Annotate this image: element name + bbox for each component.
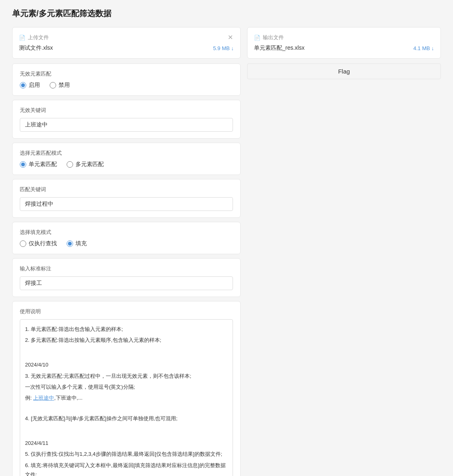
invalid-element-section: 无效元素匹配 启用 禁用 <box>12 63 241 96</box>
standard-annotation-section: 输入标准标注 <box>12 258 241 297</box>
standard-annotation-label: 输入标准标注 <box>20 265 233 272</box>
invalid-keyword-section: 无效关键词 <box>12 100 241 139</box>
match-keyword-section: 匹配关键词 <box>12 179 241 218</box>
output-filename: 单元素匹配_res.xlsx <box>254 44 304 52</box>
upload-filename: 测试文件.xlsx <box>19 44 53 52</box>
match-keyword-input[interactable] <box>20 197 233 211</box>
invalid-element-label: 无效元素匹配 <box>20 70 233 78</box>
match-mode-section: 选择元素匹配模式 单元素匹配 多元素匹配 <box>12 143 241 175</box>
invalid-keyword-input[interactable] <box>20 118 233 132</box>
upload-file-card: 📄 上传文件 ✕ 测试文件.xlsx 5.9 MB ↓ <box>12 27 241 59</box>
flag-button[interactable]: Flag <box>247 63 441 79</box>
invalid-element-radio-group: 启用 禁用 <box>20 82 233 89</box>
close-upload-button[interactable]: ✕ <box>227 34 234 41</box>
output-file-label: 📄 输出文件 <box>254 34 284 41</box>
usage-section: 使用说明 1. 单元素匹配:筛选出包含输入元素的样本; 2. 多元素匹配:筛选出… <box>12 301 241 476</box>
usage-content: 1. 单元素匹配:筛选出包含输入元素的样本; 2. 多元素匹配:筛选出按输入元素… <box>20 319 233 476</box>
upload-filesize: 5.9 MB ↓ <box>213 45 234 51</box>
output-filesize: 4.1 MB ↓ <box>413 45 434 51</box>
fill-mode-section: 选择填充模式 仅执行查找 填充 <box>12 222 241 254</box>
upload-icon: 📄 <box>19 35 25 41</box>
fill-mode-label: 选择填充模式 <box>20 229 233 236</box>
match-mode-single[interactable]: 单元素匹配 <box>20 161 57 168</box>
invalid-element-enable[interactable]: 启用 <box>20 82 40 89</box>
match-mode-radio-group: 单元素匹配 多元素匹配 <box>20 161 233 168</box>
upload-file-label: 📄 上传文件 <box>19 34 49 41</box>
page-title: 单元素/多元素匹配筛选数据 <box>12 8 441 19</box>
output-icon: 📄 <box>254 35 260 41</box>
standard-annotation-input[interactable] <box>20 276 233 290</box>
output-file-card: 📄 输出文件 单元素匹配_res.xlsx 4.1 MB ↓ <box>247 27 441 59</box>
fill-mode-fill[interactable]: 填充 <box>67 240 87 247</box>
left-panel: 📄 上传文件 ✕ 测试文件.xlsx 5.9 MB ↓ 无效元素匹配 启用 <box>12 27 241 476</box>
invalid-element-disable[interactable]: 禁用 <box>50 82 70 89</box>
fill-mode-radio-group: 仅执行查找 填充 <box>20 240 233 247</box>
match-mode-multi[interactable]: 多元素匹配 <box>67 161 104 168</box>
match-keyword-label: 匹配关键词 <box>20 186 233 193</box>
fill-mode-search-only[interactable]: 仅执行查找 <box>20 240 57 247</box>
right-panel: 📄 输出文件 单元素匹配_res.xlsx 4.1 MB ↓ Flag <box>247 27 441 79</box>
match-mode-label: 选择元素匹配模式 <box>20 150 233 157</box>
invalid-keyword-label: 无效关键词 <box>20 107 233 114</box>
usage-label: 使用说明 <box>20 308 233 315</box>
